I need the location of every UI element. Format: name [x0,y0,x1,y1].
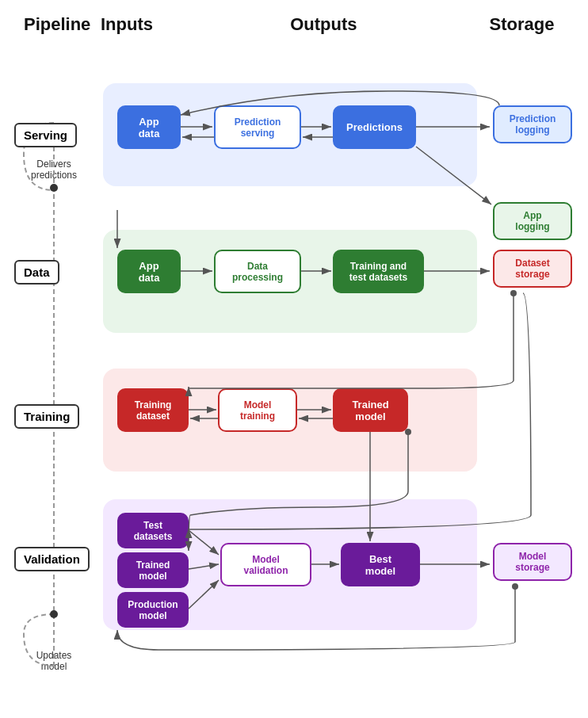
training-trained-model: Trainedmodel [333,388,408,432]
serving-prediction-serving: Predictionserving [214,105,301,149]
svg-point-25 [510,290,517,296]
header-storage: Storage [490,14,572,35]
data-processing: Dataprocessing [214,250,301,293]
serving-prediction-logging: Predictionlogging [493,105,572,143]
data-dataset-storage: Datasetstorage [493,250,572,288]
svg-point-1 [50,184,58,192]
pipeline-label-data: Data [14,260,59,285]
header-pipeline: Pipeline [24,14,93,35]
model-validation: Modelvalidation [220,543,311,586]
pipeline-label-serving: Serving [14,123,77,147]
serving-predictions: Predictions [333,105,416,149]
app-logging: Applogging [493,202,572,240]
model-training: Modeltraining [218,388,297,432]
training-dataset: Trainingdataset [117,388,189,432]
validation-test-datasets: Testdatasets [117,513,189,548]
data-app-data: Appdata [117,250,181,293]
header-inputs: Inputs [101,14,211,35]
best-model: Best model [341,543,420,586]
svg-point-2 [50,610,58,618]
model-storage: Modelstorage [493,543,572,581]
svg-point-26 [512,583,518,590]
pipeline-label-validation: Validation [14,547,90,571]
header-outputs: Outputs [290,14,441,35]
data-training-test-datasets: Training andtest datasets [333,250,424,293]
pipeline-label-training: Training [14,404,79,429]
validation-production-model: Productionmodel [117,592,189,628]
validation-trained-model: Trainedmodel [117,552,189,588]
serving-app-data: Appdata [117,105,181,149]
delivers-predictions-label: Delivers predictions [22,158,86,181]
updates-model-label: Updates model [22,650,86,672]
